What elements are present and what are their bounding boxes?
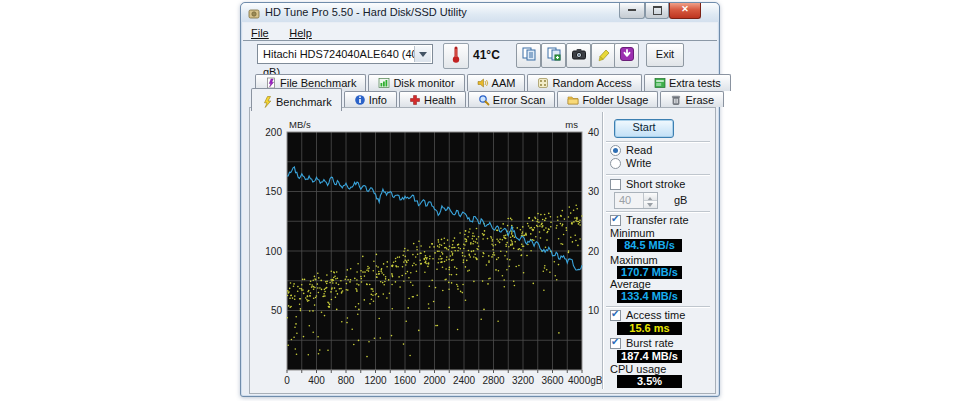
read-label: Read (626, 144, 652, 156)
stepper-down-icon[interactable] (644, 200, 657, 208)
svg-text:0: 0 (284, 375, 290, 386)
svg-text:10: 10 (588, 305, 600, 316)
menu-item-file[interactable]: File (243, 25, 277, 39)
short-stroke-label: Short stroke (626, 178, 685, 190)
tab-folder-usage[interactable]: Folder Usage (557, 91, 658, 107)
stepper-up-icon[interactable] (644, 193, 657, 200)
average-value: 133.4 MB/s (617, 290, 682, 303)
menu-item-help[interactable]: Help (281, 25, 320, 39)
transfer-rate-checkbox[interactable] (610, 215, 621, 226)
exit-button[interactable]: Exit (646, 43, 684, 67)
thermometer-icon (448, 45, 464, 69)
copy-icon (521, 46, 537, 66)
divider (606, 211, 710, 212)
divider (606, 306, 710, 307)
access-time-option[interactable]: Access time (610, 309, 685, 321)
erase-icon (670, 94, 682, 106)
short-stroke-stepper[interactable]: 40 (614, 192, 658, 209)
screenshot-button[interactable] (566, 43, 591, 68)
close-button[interactable] (669, 3, 701, 19)
write-option[interactable]: Write (610, 157, 651, 169)
write-radio[interactable] (610, 158, 621, 169)
info-icon (354, 94, 366, 106)
burst-rate-checkbox[interactable] (610, 338, 621, 349)
svg-text:3600: 3600 (541, 375, 564, 386)
svg-text:2400: 2400 (453, 375, 476, 386)
aam-icon (477, 77, 489, 89)
svg-text:2800: 2800 (482, 375, 505, 386)
tab-disk-monitor[interactable]: Disk monitor (368, 74, 464, 91)
read-option[interactable]: Read (610, 144, 652, 156)
copy-to-clipboard-button[interactable] (516, 43, 541, 68)
highlight-button[interactable] (591, 43, 616, 68)
temperature-label: 41°C (473, 48, 500, 62)
divider (606, 141, 710, 142)
start-button[interactable]: Start (614, 119, 674, 138)
tab-label: AAM (492, 77, 516, 89)
folder-usage-icon (567, 94, 579, 106)
save-results-button[interactable] (614, 43, 639, 68)
tab-extra-tests[interactable]: Extra tests (644, 74, 731, 91)
minimum-label: Minimum (610, 227, 655, 239)
svg-text:150: 150 (265, 186, 282, 197)
tab-benchmark[interactable]: Benchmark (251, 88, 342, 111)
minimum-value: 84.5 MB/s (617, 239, 682, 252)
divider (606, 174, 710, 175)
svg-text:3200: 3200 (512, 375, 535, 386)
benchmark-chart: MB/sms2001501005040302010040080012001600… (250, 108, 602, 393)
short-stroke-checkbox[interactable] (610, 179, 621, 190)
svg-text:ms: ms (565, 119, 578, 130)
drive-selector[interactable]: Hitachi HDS724040ALE640 (4000 gB) (257, 44, 433, 64)
minimize-button[interactable] (619, 3, 645, 19)
tab-label: Info (369, 94, 387, 106)
maximize-button[interactable] (645, 3, 669, 19)
svg-text:4000gB: 4000gB (568, 375, 602, 386)
tab-random-access[interactable]: Random Access (527, 74, 641, 91)
transfer-rate-label: Transfer rate (626, 214, 689, 226)
temperature-button[interactable] (443, 43, 469, 69)
burst-rate-label: Burst rate (626, 337, 674, 349)
svg-text:1200: 1200 (364, 375, 387, 386)
tab-error-scan[interactable]: Error Scan (468, 91, 556, 107)
maximum-label: Maximum (610, 254, 658, 266)
benchmark-panel: MB/sms2001501005040302010040080012001600… (249, 107, 716, 394)
svg-text:MB/s: MB/s (289, 119, 311, 130)
tab-info[interactable]: Info (344, 91, 397, 107)
benchmark-controls: Start Read Write Short stroke 40 (602, 108, 715, 393)
tab-erase[interactable]: Erase (660, 91, 724, 107)
tab-label: Folder Usage (582, 94, 648, 106)
svg-text:20: 20 (588, 246, 600, 257)
tab-label: Erase (685, 94, 714, 106)
copy-add-icon (546, 46, 562, 66)
tab-label: Extra tests (669, 77, 721, 89)
stepper-arrows[interactable] (643, 193, 657, 208)
tab-health[interactable]: Health (399, 91, 466, 107)
save-icon (619, 46, 635, 66)
read-radio[interactable] (610, 145, 621, 156)
access-time-label: Access time (626, 309, 685, 321)
benchmark-icon (261, 96, 273, 108)
access-time-checkbox[interactable] (610, 310, 621, 321)
cpu-usage-value: 3.5% (617, 375, 682, 388)
svg-text:30: 30 (588, 186, 600, 197)
menu-bar: File Help (243, 23, 717, 40)
short-stroke-value[interactable]: 40 (619, 194, 631, 206)
random-access-icon (537, 77, 549, 89)
burst-rate-option[interactable]: Burst rate (610, 337, 674, 349)
tab-aam[interactable]: AAM (467, 74, 526, 91)
burst-rate-value: 187.4 MB/s (617, 350, 682, 363)
tab-row-primary: BenchmarkInfoHealthError ScanFolder Usag… (251, 91, 726, 107)
gb-unit-label: gB (674, 194, 687, 206)
tab-label: Health (424, 94, 456, 106)
svg-text:2000: 2000 (423, 375, 446, 386)
title-bar[interactable]: HD Tune Pro 5.50 - Hard Disk/SSD Utility (241, 3, 719, 22)
tab-label: Random Access (552, 77, 631, 89)
short-stroke-option[interactable]: Short stroke (610, 178, 685, 190)
app-icon (248, 6, 260, 18)
transfer-rate-option[interactable]: Transfer rate (610, 214, 689, 226)
copy-to-file-button[interactable] (541, 43, 566, 68)
svg-text:100: 100 (265, 246, 282, 257)
camera-icon (571, 46, 587, 66)
highlighter-icon (596, 46, 612, 66)
chevron-down-icon[interactable] (414, 46, 431, 62)
